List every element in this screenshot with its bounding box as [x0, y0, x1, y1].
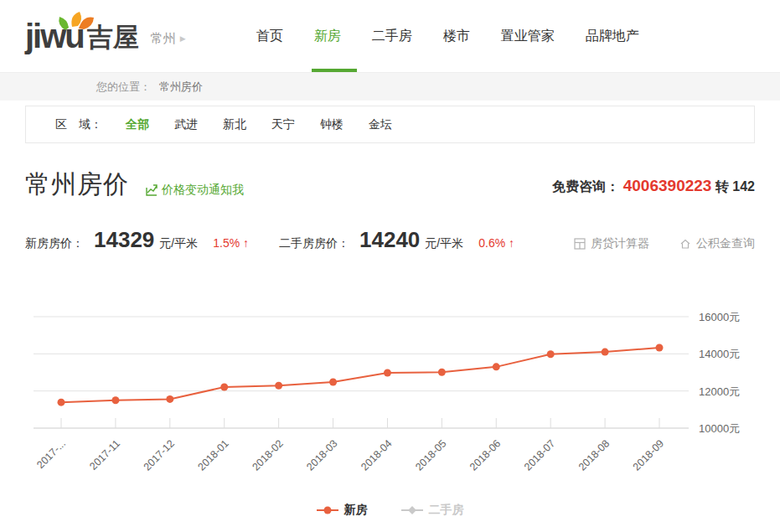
new-house-price-unit: 元/平米: [159, 236, 198, 251]
provident-fund-label: 公积金查询: [696, 236, 755, 251]
provident-fund-link[interactable]: 公积金查询: [679, 236, 755, 251]
second-hand-price-label: 二手房房价：: [279, 236, 349, 251]
new-house-price-value: 14329: [94, 227, 154, 253]
nav-item[interactable]: 首页: [256, 0, 283, 72]
new-house-price-label: 新房房价：: [25, 236, 84, 251]
data-point[interactable]: [166, 395, 173, 403]
new-house-line: [61, 348, 659, 402]
data-point[interactable]: [438, 369, 446, 376]
data-point[interactable]: [656, 344, 664, 352]
region-filter-label: 区 域：: [55, 117, 102, 132]
city-name: 常州: [151, 31, 176, 47]
data-point[interactable]: [547, 350, 555, 358]
consult-label: 免费咨询：: [552, 179, 619, 194]
y-axis-label: 10000元: [699, 422, 740, 435]
y-axis-label: 16000元: [699, 311, 740, 323]
x-axis-label: 2018-06: [467, 437, 503, 473]
consult-extension: 转 142: [715, 179, 755, 194]
line-diamond-marker-icon: [401, 506, 423, 514]
y-axis-label: 12000元: [699, 385, 740, 398]
legend-label-second-hand: 二手房: [429, 503, 464, 518]
data-point[interactable]: [111, 396, 119, 404]
title-row: 常州房价 价格变动通知我 免费咨询： 4006390223 转 142: [25, 167, 755, 202]
x-axis-label: 2018-04: [359, 437, 394, 473]
trend-chart-icon: [146, 184, 158, 196]
region-option[interactable]: 新北: [223, 117, 246, 131]
consult-phone[interactable]: 4006390223: [623, 177, 712, 194]
page-title: 常州房价: [25, 168, 129, 202]
breadcrumb-label: 您的位置：: [96, 80, 151, 95]
x-axis-label: 2017-12: [142, 437, 177, 473]
data-point[interactable]: [384, 369, 391, 376]
new-house-price: 新房房价： 14329 元/平米 1.5% ↑: [25, 227, 249, 253]
x-axis-label: 2017-...: [34, 437, 68, 471]
calculator-icon: [574, 238, 586, 250]
free-consult: 免费咨询： 4006390223 转 142: [552, 177, 755, 196]
legend-label-new-house: 新房: [344, 503, 368, 518]
side-tools: 房贷计算器 公积金查询: [574, 236, 755, 251]
site-header: jiwu 吉屋 常州 ▶ 首页新房二手房楼市置业管家品牌地产: [0, 0, 780, 72]
x-axis-label: 2018-05: [413, 437, 448, 473]
house-icon: [679, 238, 691, 250]
nav-item[interactable]: 置业管家: [501, 0, 555, 72]
data-point[interactable]: [602, 349, 609, 356]
region-option[interactable]: 天宁: [271, 117, 295, 131]
main-nav: 首页新房二手房楼市置业管家品牌地产: [256, 0, 670, 72]
data-point[interactable]: [493, 363, 500, 370]
second-hand-price-unit: 元/平米: [425, 236, 463, 251]
second-hand-price-change: 0.6% ↑: [478, 236, 514, 250]
chart-legend: 新房 二手房: [0, 503, 780, 518]
x-axis-label: 2018-08: [576, 437, 612, 473]
nav-item[interactable]: 楼市: [443, 0, 470, 72]
x-axis-label: 2018-01: [196, 437, 231, 473]
breadcrumb-current[interactable]: 常州房价: [159, 80, 203, 95]
mortgage-calculator-link[interactable]: 房贷计算器: [574, 236, 649, 251]
legend-item-second-hand[interactable]: 二手房: [401, 503, 464, 518]
new-house-price-change: 1.5% ↑: [213, 236, 249, 250]
breadcrumb: 您的位置： 常州房价: [0, 72, 780, 101]
price-row: 新房房价： 14329 元/平米 1.5% ↑ 二手房房价： 14240 元/平…: [25, 227, 755, 253]
nav-item[interactable]: 二手房: [372, 0, 412, 72]
nav-item[interactable]: 品牌地产: [586, 0, 639, 72]
city-selector[interactable]: 常州 ▶: [151, 31, 186, 47]
x-axis-label: 2018-09: [631, 437, 666, 473]
region-option[interactable]: 武进: [174, 117, 198, 131]
nav-item[interactable]: 新房: [314, 0, 341, 72]
legend-item-new-house[interactable]: 新房: [317, 503, 368, 518]
data-point[interactable]: [220, 384, 228, 391]
notify-link-label: 价格变动通知我: [162, 183, 244, 198]
second-hand-price-value: 14240: [359, 227, 420, 253]
region-filter: 区 域： 全部武进新北天宁钟楼金坛: [25, 106, 755, 143]
jiwu-logo[interactable]: jiwu 吉屋: [25, 20, 139, 52]
x-axis-label: 2018-03: [304, 437, 339, 473]
region-option[interactable]: 金坛: [369, 117, 392, 131]
chevron-right-icon: ▶: [180, 34, 186, 43]
price-change-notify-link[interactable]: 价格变动通知我: [146, 183, 244, 198]
second-hand-price: 二手房房价： 14240 元/平米 0.6% ↑: [279, 227, 514, 253]
x-axis-label: 2018-02: [250, 437, 285, 473]
line-dot-marker-icon: [317, 506, 338, 514]
price-trend-chart[interactable]: 10000元12000元14000元16000元2017-...2017-112…: [0, 300, 780, 498]
jiwu-bird-icon: [55, 10, 99, 32]
region-options: 全部武进新北天宁钟楼金坛: [126, 117, 417, 132]
mortgage-calculator-label: 房贷计算器: [591, 236, 649, 251]
region-option[interactable]: 钟楼: [320, 117, 344, 131]
region-option[interactable]: 全部: [126, 117, 149, 131]
y-axis-label: 14000元: [699, 348, 740, 360]
data-point[interactable]: [275, 382, 282, 390]
price-chart-svg[interactable]: 10000元12000元14000元16000元2017-...2017-112…: [0, 300, 780, 494]
data-point[interactable]: [58, 399, 65, 406]
x-axis-label: 2018-07: [522, 437, 557, 473]
x-axis-label: 2017-11: [87, 437, 122, 473]
data-point[interactable]: [329, 379, 337, 386]
